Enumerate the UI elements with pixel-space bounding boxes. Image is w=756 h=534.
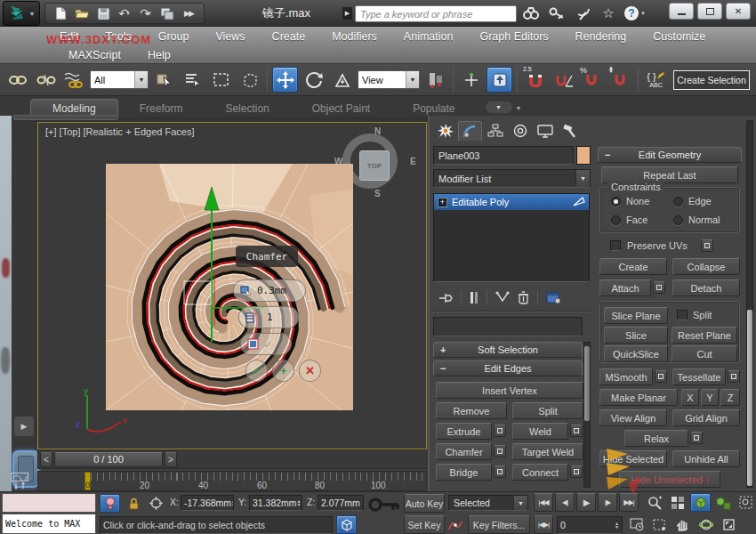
tab-utilities[interactable] (558, 121, 582, 141)
tessellate-button[interactable]: Tessellate (672, 368, 726, 385)
select-and-link-button[interactable] (4, 67, 30, 93)
make-planar-button[interactable]: Make Planar (599, 389, 678, 406)
quickslice-button[interactable]: QuickSlice (604, 345, 668, 362)
communication-center-button[interactable] (573, 4, 594, 23)
viewcube-east[interactable]: E (410, 157, 416, 166)
slice-plane-button[interactable]: Slice Plane (604, 307, 668, 324)
attach-button[interactable]: Attach (599, 279, 651, 296)
application-menu-button[interactable]: ▼ (3, 1, 40, 26)
absolute-offset-toggle[interactable] (146, 494, 166, 513)
zoom-extents-all-button[interactable] (713, 493, 734, 512)
isolate-selection-toggle[interactable] (100, 494, 120, 513)
ribbon-minimize-button[interactable]: ▼ (486, 101, 512, 113)
play-button[interactable]: ▶ (576, 493, 596, 512)
preserve-uvs-settings-button[interactable] (701, 239, 713, 252)
hide-unselected-button[interactable]: Hide Unselected| (619, 471, 720, 488)
select-object-button[interactable] (151, 67, 177, 93)
current-frame-field[interactable]: 0▲▼ (557, 516, 623, 534)
orbit-button[interactable] (696, 515, 716, 534)
undo-button[interactable]: ↶▼ (117, 5, 133, 21)
tab-freeform[interactable]: Freeform (118, 100, 205, 117)
tab-modify[interactable] (458, 121, 482, 141)
edit-named-selection-sets-button[interactable]: { }ABC (643, 67, 669, 93)
maximize-viewport-toggle[interactable] (719, 515, 739, 534)
scrollbar-left-column[interactable] (583, 342, 591, 488)
search-button[interactable] (520, 4, 542, 23)
pan-view-button[interactable] (672, 515, 693, 534)
modifier-stack[interactable]: + Editable Poly (433, 193, 590, 282)
key-filters-button[interactable]: Key Filters... (468, 515, 530, 534)
select-and-move-button[interactable] (272, 67, 298, 93)
restore-button[interactable] (697, 3, 722, 20)
extrude-settings-button[interactable] (494, 425, 506, 437)
viewport-label[interactable]: [+] [Top] [Realistic + Edged Faces] (45, 126, 195, 137)
layout-expand-button[interactable]: ▶ (14, 417, 34, 436)
remove-modifier-button[interactable] (518, 291, 529, 304)
key-mode-toggle[interactable]: |◀▶| (534, 515, 553, 534)
menu-help[interactable]: Help (134, 49, 184, 61)
previous-frame-button[interactable]: ◀| (555, 493, 575, 512)
next-frame-button[interactable]: |▶ (598, 493, 617, 512)
spinner-snap-button[interactable]: ▲▼ (607, 67, 633, 93)
selection-region-mode-button[interactable] (649, 515, 670, 534)
split-checkbox[interactable]: Split (677, 310, 712, 320)
modifier-list-dropdown[interactable]: Modifier List ▼ (433, 169, 591, 188)
menu-edit[interactable]: Edit (46, 30, 92, 43)
detach-button[interactable]: Detach (672, 279, 740, 296)
window-crossing-button[interactable] (237, 67, 262, 93)
stack-item-editable-poly[interactable]: + Editable Poly (434, 194, 589, 210)
radio-normal[interactable]: Normal (673, 214, 720, 225)
make-unique-button[interactable] (495, 291, 510, 303)
selection-region-button[interactable] (208, 67, 234, 93)
save-file-button[interactable] (95, 5, 111, 21)
tab-display[interactable] (533, 121, 557, 141)
tab-hierarchy[interactable] (483, 121, 507, 141)
unlink-selection-button[interactable] (33, 67, 59, 93)
autodesk-key-button[interactable] (546, 4, 567, 23)
select-and-manipulate-button[interactable] (458, 67, 484, 93)
spinner-icon[interactable]: ▲▼ (615, 522, 619, 529)
object-color-swatch[interactable] (576, 146, 591, 165)
zoom-all-button[interactable] (667, 493, 688, 512)
previous-key-button[interactable]: < (40, 452, 52, 467)
cut-button[interactable]: Cut (672, 345, 737, 362)
tab-object-paint[interactable]: Object Paint (291, 100, 391, 117)
help-button[interactable]: ? ▼ (624, 4, 646, 23)
bind-to-space-warp-button[interactable] (61, 67, 87, 93)
minimize-button[interactable] (669, 3, 694, 20)
percent-snap-button[interactable]: % (579, 67, 605, 93)
view-align-button[interactable]: View Align (599, 409, 667, 426)
menu-group[interactable]: Group (145, 30, 203, 43)
reset-plane-button[interactable]: Reset Plane (672, 327, 737, 344)
use-center-flyout-button[interactable] (422, 67, 448, 93)
tab-motion[interactable] (508, 121, 532, 141)
redo-button[interactable]: ↷▼ (138, 5, 154, 21)
z-coordinate-field[interactable]: 2.077mm (318, 495, 364, 511)
menu-customize[interactable]: Customize (639, 30, 719, 43)
maxscript-mini-listener[interactable] (2, 493, 96, 513)
configure-modifier-sets-button[interactable] (546, 291, 561, 304)
reference-coordinate-dropdown[interactable]: View▼ (358, 70, 420, 89)
named-selection-set-field[interactable]: Create Selection (673, 70, 750, 90)
relax-button[interactable]: Relax (624, 430, 688, 447)
preserve-uvs-checkbox[interactable]: Preserve UVs (610, 240, 688, 251)
viewcube-north[interactable]: N (374, 126, 381, 136)
favorites-button[interactable]: ☆ (598, 4, 619, 23)
time-configuration-button[interactable] (626, 515, 647, 534)
target-weld-button[interactable]: Target Weld (512, 443, 583, 460)
extrude-button[interactable]: Extrude (436, 423, 492, 440)
bridge-settings-button[interactable] (494, 465, 506, 478)
expand-plus-icon[interactable]: + (438, 198, 447, 207)
snaps-toggle-button[interactable]: 2.5 (522, 67, 548, 93)
keyboard-shortcut-override-button[interactable] (487, 67, 512, 93)
tab-selection[interactable]: Selection (204, 100, 290, 117)
tab-populate[interactable]: Populate (391, 100, 476, 117)
chamfer-settings-button[interactable] (494, 445, 506, 457)
viewport-top[interactable]: [+] [Top] [Realistic + Edged Faces] N W … (37, 122, 427, 449)
selection-filter-dropdown[interactable]: All▼ (90, 70, 149, 89)
x-coordinate-field[interactable]: -17.368mm▲▼ (181, 495, 234, 511)
select-and-rotate-button[interactable] (301, 67, 326, 93)
chevron-down-icon[interactable]: ▼ (516, 105, 522, 111)
create-button[interactable]: Create (599, 258, 667, 275)
time-slider-handle[interactable]: 0 / 100 (54, 452, 163, 467)
